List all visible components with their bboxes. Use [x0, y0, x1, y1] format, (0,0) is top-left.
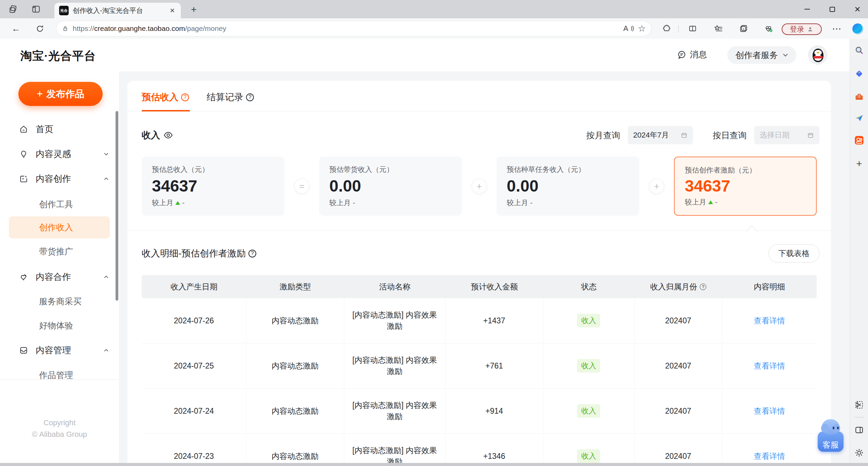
site-logo[interactable]: 淘宝·光合平台	[20, 48, 96, 64]
tab-settlement-records[interactable]: 结算记录 ?	[207, 91, 254, 103]
sidebar-group-inspiration[interactable]: 内容灵感	[19, 146, 109, 162]
browser-essentials-icon[interactable]	[763, 23, 775, 34]
income-section-title: 收入	[142, 129, 173, 141]
sidebar-toggle-icon[interactable]	[852, 423, 867, 437]
creator-service-menu[interactable]: 创作者服务	[727, 46, 796, 64]
refresh-icon[interactable]	[34, 23, 46, 34]
calendar-icon	[681, 132, 688, 139]
screenshot-icon[interactable]	[852, 397, 867, 412]
lightbulb-icon	[19, 149, 28, 159]
sidebar-scrollbar[interactable]	[116, 111, 118, 301]
add-sidebar-item-icon[interactable]: +	[852, 156, 867, 171]
search-icon[interactable]	[852, 43, 867, 58]
col-header-activity: 活动名称	[344, 275, 446, 298]
kuaishou-icon[interactable]	[852, 133, 867, 148]
day-query-label: 按日查询	[713, 130, 747, 141]
tab-actions-icon[interactable]	[31, 4, 41, 14]
address-bar[interactable]: https://creator.guanghe.taobao.com/page/…	[56, 21, 651, 36]
card-sales-income[interactable]: 预估带货收入（元） 0.00 较上月-	[319, 157, 462, 216]
copyright: Copyright © Alibaba Group	[0, 417, 119, 440]
help-icon[interactable]: ?	[246, 93, 254, 101]
tab-estimated-income[interactable]: 预估收入 ?	[142, 91, 189, 103]
publish-work-button[interactable]: + 发布作品	[18, 82, 103, 106]
tab-close-icon[interactable]: ×	[169, 6, 176, 15]
extensions-icon[interactable]	[661, 23, 673, 34]
status-badge: 收入	[577, 404, 600, 418]
tools-icon[interactable]	[852, 89, 867, 104]
messages-button[interactable]: 消息	[677, 49, 707, 60]
split-screen-icon[interactable]	[687, 23, 699, 34]
calendar-icon	[807, 132, 814, 139]
tabs-divider	[127, 111, 831, 112]
table-row: 2024-07-26 内容动态激励 [内容动态激励] 内容效果激励 +1437 …	[142, 298, 817, 343]
sidebar-divider	[854, 417, 864, 417]
compose-icon	[19, 174, 28, 183]
help-icon[interactable]: ?	[700, 284, 706, 290]
selected-card-notch	[746, 226, 757, 236]
main-area: 预估收入 ? 结算记录 ? 收入 按月查询 2024年7月	[119, 71, 850, 466]
sidebar-item-creation-tools[interactable]: 创作工具	[39, 197, 73, 212]
col-header-date: 收入产生日期	[142, 275, 246, 298]
eye-icon[interactable]	[163, 130, 173, 140]
tab-favicon: 光合	[59, 6, 69, 15]
send-icon[interactable]	[852, 111, 867, 126]
plus-icon: +	[37, 88, 43, 100]
bottom-scrollbar[interactable]	[0, 463, 868, 466]
message-icon	[677, 50, 687, 59]
table-header-row: 收入产生日期 激励类型 活动名称 预计收入金额 状态 收入归属月份? 内容明细	[142, 275, 817, 298]
sidebar-group-creation[interactable]: 内容创作	[19, 171, 109, 187]
month-picker[interactable]: 2024年7月	[628, 126, 693, 144]
new-tab-button[interactable]: +	[191, 4, 196, 15]
copilot-icon[interactable]	[852, 23, 863, 34]
window-close-button[interactable]: ×	[850, 3, 865, 15]
home-icon	[19, 125, 28, 134]
trend-up-icon	[175, 201, 180, 205]
customer-service-button[interactable]: 客服	[817, 418, 845, 453]
income-panel: 预估收入 ? 结算记录 ? 收入 按月查询 2024年7月	[127, 81, 831, 466]
shopping-icon[interactable]	[852, 66, 867, 81]
settings-gear-icon[interactable]	[852, 445, 867, 460]
help-icon[interactable]: ?	[248, 250, 256, 257]
view-details-link[interactable]: 查看详情	[754, 451, 785, 462]
browser-tab[interactable]: 光合 创作收入-淘宝光合平台 ×	[54, 3, 181, 18]
sidebar-item-good-experience[interactable]: 好物体验	[39, 318, 73, 333]
settings-more-icon[interactable]: ⋯	[831, 23, 843, 34]
download-table-button[interactable]: 下载表格	[768, 244, 819, 263]
col-header-amount: 预计收入金额	[446, 275, 543, 298]
sidebar-item-creation-income[interactable]: 创作收入	[39, 220, 73, 235]
card-seeding-task-income[interactable]: 预估种草任务收入（元） 0.00 较上月-	[497, 157, 639, 216]
sidebar: + 发布作品 首页 内容灵感 内容创作 创作工具 创作收入 带货推广 内容合作 …	[0, 71, 119, 466]
card-creator-incentive[interactable]: 预估创作者激励（元） 34637 较上月-	[674, 157, 817, 216]
summary-cards: 预估总收入（元） 34637 较上月- = 预估带货收入（元） 0.00 较上月…	[142, 157, 817, 216]
date-picker[interactable]: 选择日期	[754, 126, 819, 144]
workspaces-icon[interactable]	[8, 4, 18, 14]
sidebar-item-work-management[interactable]: 作品管理	[39, 368, 73, 382]
window-minimize-button[interactable]	[799, 3, 815, 15]
sidebar-item-sales-promotion[interactable]: 带货推广	[39, 244, 73, 259]
equals-connector: =	[294, 179, 309, 194]
view-details-link[interactable]: 查看详情	[754, 316, 785, 326]
view-details-link[interactable]: 查看详情	[754, 406, 785, 416]
view-details-link[interactable]: 查看详情	[754, 361, 785, 371]
back-icon[interactable]: ←	[10, 23, 22, 34]
card-total-income[interactable]: 预估总收入（元） 34637 较上月-	[142, 157, 284, 216]
tab-title: 创作收入-淘宝光合平台	[73, 6, 164, 15]
favorites-icon[interactable]	[712, 23, 725, 34]
read-aloud-icon[interactable]: A	[623, 24, 634, 33]
sidebar-group-management[interactable]: 内容管理	[19, 342, 109, 358]
avatar[interactable]	[808, 46, 827, 65]
window-maximize-button[interactable]	[824, 3, 840, 15]
help-icon[interactable]: ?	[181, 93, 189, 101]
income-detail-table: 收入产生日期 激励类型 活动名称 预计收入金额 状态 收入归属月份? 内容明细 …	[142, 275, 817, 466]
sidebar-item-home[interactable]: 首页	[19, 121, 109, 137]
col-header-type: 激励类型	[246, 275, 344, 298]
favorite-star-icon[interactable]: ☆	[638, 23, 646, 34]
login-button[interactable]: 登录	[782, 23, 822, 35]
elephant-mascot-icon	[822, 419, 839, 435]
sidebar-item-service-purchase[interactable]: 服务商采买	[39, 294, 82, 309]
detail-section-title: 收入明细-预估创作者激励 ?	[142, 247, 256, 259]
status-badge: 收入	[577, 449, 600, 463]
sidebar-group-cooperation[interactable]: 内容合作	[19, 269, 109, 285]
collections-icon[interactable]	[737, 23, 750, 34]
chevron-up-icon	[104, 177, 109, 180]
